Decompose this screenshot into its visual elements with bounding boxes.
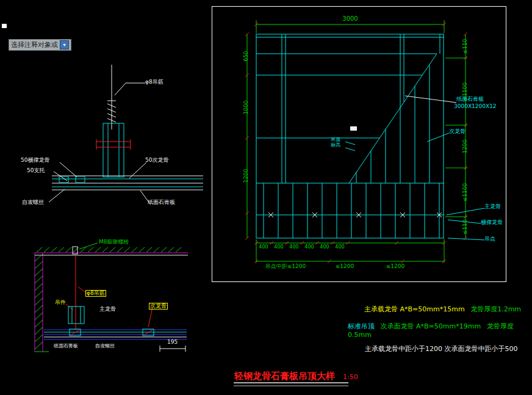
hanger-furring-label: 50次龙骨	[145, 158, 168, 163]
section-rod-label: φ8吊筋	[85, 290, 106, 297]
plan-right-dim-2: 1200	[462, 140, 468, 154]
hanger-board-label: 纸面石膏板	[148, 200, 175, 205]
drawing-title: 轻钢龙骨石膏板吊顶大样	[234, 371, 335, 382]
plan-ceiling-grid	[256, 34, 444, 238]
plan-furring-label: 次龙骨	[449, 129, 466, 134]
plan-top-dim: 3000	[342, 16, 358, 22]
spec-line2-main: 次承面龙骨 A*B=50mm*19mm	[381, 322, 481, 330]
dimension-ticks	[245, 23, 467, 263]
plan-right-dim-0: ≤110	[462, 39, 468, 54]
hanger-screw-label: 自攻螺丝	[22, 200, 44, 205]
plan-diagonal-edge	[349, 54, 437, 183]
plan-board-note-line2: 3000X1200X12	[454, 104, 497, 109]
cursor-artifact	[2, 24, 7, 28]
spec-line2-prefix: 标准吊顶	[348, 322, 375, 330]
plan-level-label: 吊顶标高	[331, 137, 342, 148]
section-main-runner-label: 主龙骨	[99, 306, 116, 312]
plan-level-marker	[350, 126, 357, 131]
plan-bottom-note-0: 吊点中距≤1200	[265, 264, 306, 269]
plan-bottom-note-2: ≤1200	[386, 264, 404, 269]
plan-hang-point-label: 吊点	[484, 236, 495, 242]
plan-main-runner-label: 主龙骨	[484, 204, 501, 209]
title-underline	[234, 383, 348, 386]
hanger-detail-drawing	[49, 65, 203, 204]
spec-line-3: 主承载龙骨中距小于1200 次承面龙骨中距小于500	[365, 344, 518, 353]
section-board-label: 纸面石膏板	[54, 344, 78, 349]
plan-bottom-dim-5: 400	[335, 245, 344, 250]
section-anchor-label: M8膨胀螺栓	[99, 239, 129, 245]
annotation-dropdown-icon[interactable]: ▾	[60, 40, 69, 49]
plan-bottom-dim-0: 400	[259, 245, 268, 250]
drawing-scale: 1:50	[343, 373, 358, 381]
hanger-rod-label: φ8吊筋	[145, 79, 164, 85]
plan-board-note-line1: 纸面石膏板	[456, 96, 484, 102]
slab-hatch	[35, 247, 181, 349]
section-screw-label: 自攻螺丝	[95, 344, 115, 349]
hanger-cross-runner-label: 50横撑龙骨	[21, 158, 49, 163]
drawing-title-row: 轻钢龙骨石膏板吊顶大样 1:50	[234, 370, 358, 382]
plan-left-dim-0: 650	[243, 51, 249, 61]
plan-bottom-note-1: ≤1200	[336, 264, 354, 269]
spec-line1-thickness: 龙骨厚度1.2mm	[470, 305, 521, 313]
annotation-prompt-tooltip: 选择注释对象或 ▾	[9, 39, 71, 51]
cad-canvas[interactable]: 选择注释对象或 ▾ φ8吊筋 50横撑龙骨 50支托 50次龙骨 自攻螺丝 纸面…	[0, 0, 532, 395]
plan-bottom-dim-3: 400	[304, 245, 314, 250]
plan-bottom-dim-2: 400	[289, 245, 298, 250]
plan-dimension-lines	[247, 20, 467, 263]
section-furring-label: 次龙骨	[149, 303, 168, 310]
spec-line-1: 主承载龙骨 A*B=50mm*15mm 龙骨厚度1.2mm	[364, 305, 525, 314]
spec-line-2: 标准吊顶 次承面龙骨 A*B=50mm*19mm 龙骨厚度0.5mm	[348, 322, 532, 339]
section-dim-195: 195	[167, 339, 178, 345]
plan-right-dim-3: ≤1100	[462, 183, 468, 201]
plan-right-dim-4: ≤110	[462, 220, 468, 235]
hanger-support-label: 50支托	[27, 168, 45, 173]
section-hanger-label: 吊件	[55, 300, 66, 305]
plan-cross-runner-label: 横撑龙骨	[481, 220, 503, 225]
spec-line1-main: 主承载龙骨 A*B=50mm*15mm	[364, 305, 465, 313]
section-detail-drawing	[35, 243, 188, 352]
plan-left-dim-2: 1200	[243, 169, 249, 183]
annotation-prompt-text: 选择注释对象或	[11, 40, 58, 49]
plan-left-dim-1: 1000	[243, 101, 249, 115]
plan-bottom-dim-4: 400	[320, 245, 329, 250]
plan-bottom-dim-1: 400	[274, 245, 283, 250]
